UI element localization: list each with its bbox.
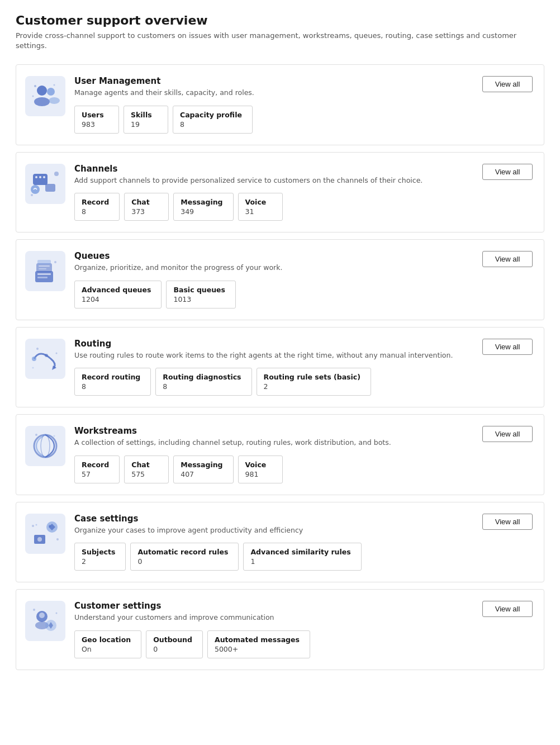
channels-stat-2-value: 349 <box>181 207 222 216</box>
workstreams-stat-1-value: 575 <box>131 470 158 478</box>
queues-view-all-button[interactable]: View all <box>482 251 533 267</box>
customer-settings-desc: Understand your customers and improve co… <box>74 613 274 623</box>
workstreams-text-block: WorkstreamsA collection of settings, inc… <box>74 426 391 448</box>
case-settings-title: Case settings <box>74 514 303 524</box>
routing-body: RoutingUse routing rules to route work i… <box>74 339 533 396</box>
svg-point-26 <box>36 348 39 350</box>
svg-point-2 <box>47 88 55 96</box>
user-management-icon <box>25 76 65 116</box>
workstreams-desc: A collection of settings, including chan… <box>74 438 391 448</box>
queues-body: QueuesOrganize, prioritize, and monitor … <box>74 251 533 309</box>
svg-point-3 <box>49 97 60 104</box>
svg-point-32 <box>54 435 55 437</box>
queues-stat-0: Advanced queues1204 <box>74 281 162 309</box>
case-settings-stat-2: Advanced similarity rules1 <box>243 543 361 571</box>
user-management-stat-0-label: Users <box>82 111 108 119</box>
case-settings-desc: Organize your cases to improve agent pro… <box>74 525 303 535</box>
workstreams-view-all-button[interactable]: View all <box>482 426 533 442</box>
channels-text-block: ChannelsAdd support channels to provide … <box>74 164 423 186</box>
svg-rect-7 <box>33 174 48 185</box>
svg-point-27 <box>56 352 58 354</box>
page-title: Customer support overview <box>16 13 544 27</box>
case-settings-stats-row: Subjects2Automatic record rules0Advanced… <box>74 543 533 571</box>
workstreams-stat-1-label: Chat <box>131 461 158 469</box>
channels-stat-0-value: 8 <box>82 207 109 216</box>
customer-settings-stat-0-label: Geo location <box>82 635 131 644</box>
user-management-stat-2-value: 8 <box>180 120 242 129</box>
svg-point-1 <box>34 97 50 106</box>
workstreams-stat-0-value: 57 <box>82 470 109 478</box>
channels-view-all-button[interactable]: View all <box>482 164 533 180</box>
svg-point-5 <box>54 84 55 86</box>
svg-point-30 <box>41 435 50 457</box>
svg-rect-19 <box>39 265 50 267</box>
case-settings-view-all-button[interactable]: View all <box>482 514 533 530</box>
case-settings-stat-2-label: Advanced similarity rules <box>250 548 350 556</box>
section-workstreams: WorkstreamsA collection of settings, inc… <box>16 414 544 495</box>
channels-stat-0: Record8 <box>74 193 120 221</box>
customer-settings-stat-1: Outbound0 <box>146 630 203 658</box>
queues-icon <box>25 251 65 291</box>
customer-settings-icon <box>25 601 65 641</box>
customer-settings-stat-2: Automated messages5000+ <box>207 630 310 658</box>
channels-stat-3: Voice31 <box>238 193 283 221</box>
channels-desc: Add support channels to provide personal… <box>74 175 423 186</box>
routing-title: Routing <box>74 339 453 349</box>
routing-header: RoutingUse routing rules to route work i… <box>74 339 533 360</box>
queues-stat-1: Basic queues1013 <box>166 281 236 309</box>
user-management-view-all-button[interactable]: View all <box>482 76 533 92</box>
user-management-stat-0-value: 983 <box>82 120 108 129</box>
svg-point-29 <box>34 435 56 457</box>
workstreams-icon <box>25 426 65 466</box>
customer-settings-stat-1-label: Outbound <box>153 635 192 644</box>
customer-settings-stats-row: Geo locationOnOutbound0Automated message… <box>74 630 533 658</box>
customer-settings-title: Customer settings <box>74 601 274 611</box>
section-queues: QueuesOrganize, prioritize, and monitor … <box>16 239 544 320</box>
channels-stat-2: Messaging349 <box>173 193 233 221</box>
routing-stat-1-value: 8 <box>163 382 241 391</box>
svg-point-8 <box>35 176 37 178</box>
user-management-text-block: User ManagementManage agents and their s… <box>74 76 254 98</box>
page-container: Customer support overview Provide cross-… <box>0 0 560 745</box>
user-management-body: User ManagementManage agents and their s… <box>74 76 533 134</box>
user-management-stats-row: Users983Skills19Capacity profile8 <box>74 106 533 134</box>
case-settings-text-block: Case settingsOrganize your cases to impr… <box>74 514 303 535</box>
svg-point-36 <box>49 525 51 527</box>
case-settings-stat-1-label: Automatic record rules <box>137 548 228 556</box>
svg-point-4 <box>34 85 36 87</box>
customer-settings-text-block: Customer settingsUnderstand your custome… <box>74 601 274 623</box>
workstreams-stat-2: Messaging407 <box>173 455 233 483</box>
case-settings-body: Case settingsOrganize your cases to impr… <box>74 514 533 571</box>
customer-settings-stat-0-value: On <box>82 645 131 653</box>
queues-text-block: QueuesOrganize, prioritize, and monitor … <box>74 251 282 273</box>
customer-settings-view-all-button[interactable]: View all <box>482 601 533 617</box>
case-settings-stat-0-label: Subjects <box>82 548 115 556</box>
case-settings-header: Case settingsOrganize your cases to impr… <box>74 514 533 535</box>
workstreams-stat-3: Voice981 <box>238 455 283 483</box>
section-user-management: User ManagementManage agents and their s… <box>16 64 544 145</box>
queues-stat-0-label: Advanced queues <box>82 286 151 294</box>
svg-rect-17 <box>37 277 48 278</box>
workstreams-stat-3-label: Voice <box>245 461 272 469</box>
routing-view-all-button[interactable]: View all <box>482 339 533 355</box>
routing-stat-0: Record routing8 <box>74 368 151 396</box>
customer-settings-header: Customer settingsUnderstand your custome… <box>74 601 533 623</box>
routing-stat-0-value: 8 <box>82 382 140 391</box>
workstreams-stat-2-value: 407 <box>181 470 222 478</box>
svg-point-10 <box>43 176 45 178</box>
svg-rect-16 <box>37 273 51 275</box>
channels-stat-1: Chat373 <box>124 193 169 221</box>
svg-point-11 <box>31 185 40 194</box>
routing-stat-0-label: Record routing <box>82 373 140 381</box>
svg-point-45 <box>56 613 58 614</box>
workstreams-body: WorkstreamsA collection of settings, inc… <box>74 426 533 483</box>
routing-stat-2: Routing rule sets (basic)2 <box>257 368 371 396</box>
svg-point-0 <box>37 86 47 96</box>
routing-desc: Use routing rules to route work items to… <box>74 350 453 360</box>
channels-icon <box>25 164 65 204</box>
svg-point-22 <box>54 261 56 263</box>
channels-stat-1-value: 373 <box>131 207 158 216</box>
channels-title: Channels <box>74 164 423 174</box>
svg-point-14 <box>31 194 33 196</box>
case-settings-stat-0: Subjects2 <box>74 543 126 571</box>
